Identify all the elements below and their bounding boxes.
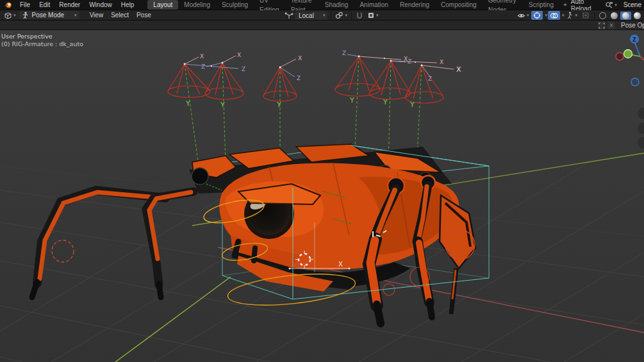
menu-pose[interactable]: Pose	[133, 12, 155, 19]
gizmo-z-axis-neg	[631, 78, 639, 86]
active-object-overlay: (0) RIG-Armature : dk_auto	[1, 40, 83, 47]
bone-widget-cones	[168, 56, 443, 103]
pose-display-button[interactable]: ▾	[565, 11, 579, 20]
axis-label-z: Z	[428, 76, 432, 82]
axis-label-y: Y	[383, 98, 388, 106]
viewport-canvas[interactable]: X X X X X X Z Z Z Z Z Z Y Y Y Y Y Y	[0, 30, 644, 362]
axis-labels: X X X X X X Z Z Z Z Z Z Y Y Y Y Y Y	[185, 50, 461, 109]
axis-label-z: Z	[201, 63, 205, 70]
bone-widget-cone[interactable]	[405, 65, 443, 103]
axis-label-z: Z	[632, 37, 636, 43]
viewport-display-settings: ▾ ▾ ▾ ▾	[515, 10, 643, 21]
orientation-selector[interactable]: Local ▾	[295, 12, 327, 20]
orientation-label: Local	[299, 12, 314, 19]
chevron-down-icon: ▾	[376, 13, 379, 18]
gizmo-y-axis	[624, 50, 632, 58]
pivot-point-button[interactable]: ▾	[333, 11, 349, 20]
axis-label-x: X	[200, 53, 204, 60]
mode-selector[interactable]: Pose Mode ▾	[19, 11, 79, 19]
chevron-down-icon: ▾	[323, 13, 326, 18]
axis-label-z: Z	[408, 58, 411, 65]
tab-modeling[interactable]: Modeling	[178, 0, 216, 10]
menu-file[interactable]: File	[15, 0, 35, 10]
scene-name-label[interactable]: Scene	[623, 1, 641, 8]
axis-label-x: X	[237, 52, 241, 58]
blender-logo-icon[interactable]	[3, 1, 13, 9]
shading-material-button[interactable]	[620, 12, 631, 20]
tab-compositing[interactable]: Compositing	[435, 0, 483, 10]
tool-settings-bar: X Pose Options	[0, 21, 644, 30]
chevron-down-icon: ▾	[345, 13, 347, 18]
tab-scripting[interactable]: Scripting	[523, 0, 559, 10]
xray-toggle-button[interactable]	[580, 11, 591, 20]
chevron-down-icon: ▾	[545, 13, 547, 18]
axis-label-x: X	[338, 261, 343, 268]
menu-view[interactable]: View	[86, 12, 108, 19]
axis-label-y: Y	[409, 101, 415, 109]
tab-sculpting[interactable]: Sculpting	[216, 0, 254, 10]
mode-label: Pose Mode	[32, 12, 65, 19]
tab-layout[interactable]: Layout	[147, 0, 178, 10]
shading-rendered-button[interactable]	[632, 12, 643, 20]
chevron-down-icon: ▾	[74, 13, 77, 18]
menu-edit[interactable]: Edit	[35, 0, 54, 10]
shading-solid-button[interactable]	[609, 12, 620, 20]
chevron-down-icon: ▾	[13, 13, 16, 18]
axis-label-z: Z	[297, 75, 301, 81]
viewport-3d: X X X X X X Z Z Z Z Z Z Y Y Y Y Y Y	[0, 30, 644, 362]
pose-options-label[interactable]: Pose Options	[621, 22, 644, 29]
menu-window[interactable]: Window	[85, 0, 117, 10]
workspace-tabs: Layout Modeling Sculpting UV Editing Tex…	[147, 0, 570, 10]
viewport-side-buttons[interactable]	[638, 108, 644, 149]
bone-widget-axes	[184, 54, 454, 78]
axis-label-x: X	[298, 55, 302, 62]
mirror-x-toggle[interactable]: X	[607, 22, 615, 29]
transform-pivot-icon[interactable]	[598, 22, 606, 29]
tab-rendering[interactable]: Rendering	[394, 0, 435, 10]
chevron-down-icon: ▾	[562, 13, 565, 18]
axis-label-y: Y	[220, 101, 225, 109]
chevron-down-icon: ▾	[575, 13, 577, 18]
gizmos-toggle-button[interactable]	[531, 11, 543, 20]
editor-type-button[interactable]: ▾	[2, 11, 18, 20]
blender-window: { "topbar": { "menus": ["File", "Edit", …	[0, 0, 644, 362]
shading-wireframe-button[interactable]	[597, 12, 608, 20]
tab-shading[interactable]: Shading	[319, 0, 354, 10]
overlays-toggle-button[interactable]	[548, 11, 560, 20]
pose-mode-icon	[22, 12, 29, 19]
axis-label-y: Y	[276, 101, 281, 109]
chevron-down-icon: ▾	[615, 3, 617, 8]
add-workspace-button[interactable]: +	[559, 0, 571, 10]
chevron-down-icon: ▾	[527, 13, 529, 18]
snap-toggle-button[interactable]	[354, 11, 365, 20]
navigation-gizmo[interactable]: Z	[616, 35, 644, 86]
menu-help[interactable]: Help	[117, 0, 139, 10]
orientation-icon	[285, 12, 293, 19]
tab-animation[interactable]: Animation	[354, 0, 393, 10]
axis-label-y: Y	[349, 96, 354, 104]
axis-label-x: X	[456, 65, 461, 74]
y-axis-line-near	[115, 277, 231, 362]
topbar: File Edit Render Window Help Layout Mode…	[0, 0, 644, 10]
axis-label-y: Y	[185, 99, 190, 108]
viewport-header: ▾ Pose Mode ▾ View Select Pose Local ▾ ▾	[0, 10, 644, 21]
scene-selector-icon[interactable]: ▾	[603, 1, 619, 10]
menu-select[interactable]: Select	[107, 12, 133, 19]
axis-label-z: Z	[342, 50, 346, 56]
view-name-overlay: User Perspective	[1, 33, 53, 40]
transform-settings: Local ▾ ▾ ▾	[285, 10, 380, 21]
axis-label-z: Z	[242, 66, 245, 72]
proportional-edit-button[interactable]: ▾	[365, 11, 381, 20]
menu-render[interactable]: Render	[54, 0, 85, 10]
axis-label-x: X	[440, 59, 443, 65]
object-visibility-button[interactable]: ▾	[515, 11, 531, 20]
gizmo-x-axis-neg	[616, 53, 623, 60]
spider-robot-model[interactable]	[32, 144, 475, 324]
